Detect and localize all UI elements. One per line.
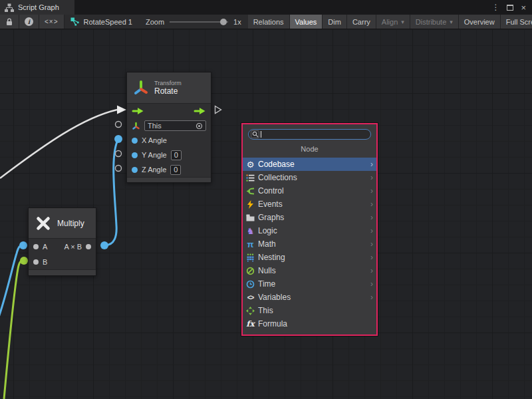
multiply-node[interactable]: Multiply A A × B B [28,207,96,276]
y-angle-port-ring[interactable] [116,151,122,157]
dropdown-arrow-icon: ▾ [401,19,404,25]
distribute-label: Distribute [416,18,446,26]
item-label: Logic [258,226,277,235]
dim-button[interactable]: Dim [323,15,347,29]
flow-out-arrow-icon[interactable] [194,107,206,115]
input-b-dot[interactable] [33,259,39,265]
chevron-right-icon: › [370,186,373,196]
output-dot[interactable] [86,244,91,249]
carry-button[interactable]: Carry [347,15,376,29]
finder-item-nesting[interactable]: Nesting › [243,251,376,264]
window-menu-icon[interactable]: ⋮ [491,3,499,11]
chevron-right-icon: › [370,266,373,275]
tab-script-graph[interactable]: Script Graph [0,0,74,15]
node-title: Rotate [154,86,182,96]
graph-canvas[interactable]: Transform Rotate [0,29,532,399]
info-button[interactable]: i [19,15,39,29]
transform-node-header[interactable]: Transform Rotate [127,72,211,103]
chevron-right-icon: › [370,213,373,222]
flow-input-arrow[interactable] [117,106,126,114]
align-button[interactable]: Align ▾ [376,15,410,29]
search-box[interactable] [248,129,371,140]
flow-in-arrow-icon[interactable] [132,107,144,115]
z-angle-row[interactable]: Z Angle 0 [127,162,211,177]
y-angle-port-dot[interactable] [132,152,138,158]
y-angle-input[interactable]: 0 [171,150,182,160]
distribute-button[interactable]: Distribute ▾ [410,15,459,29]
input-a-dot[interactable] [33,244,39,249]
lock-icon [5,17,13,26]
x-angle-port-connected[interactable] [114,135,122,143]
zoom-slider-handle[interactable] [220,19,227,25]
finder-item-collections[interactable]: Collections › [243,171,376,184]
fx-icon: fx [245,319,256,329]
this-port-ring[interactable] [116,122,122,128]
this-object-field[interactable]: This [144,120,206,131]
transform-axis-mini-icon [132,122,140,130]
item-label: Graphs [258,213,284,222]
angle-brackets-icon: <> [245,294,256,301]
relations-button[interactable]: Relations [248,15,290,29]
chevron-right-icon: › [370,293,373,302]
knight-icon: ♞ [245,226,256,236]
z-angle-port-ring[interactable] [116,166,122,172]
x-angle-port-dot[interactable] [132,138,138,144]
wire-to-input-a[interactable] [0,245,23,317]
z-angle-port-dot[interactable] [132,167,138,173]
finder-item-this[interactable]: This [243,304,376,317]
input-a-port-connected[interactable] [19,241,27,249]
transform-node-footer [127,177,211,182]
lock-button[interactable] [0,15,19,29]
finder-item-variables[interactable]: <> Variables › [243,291,376,304]
clock-icon [245,280,256,289]
object-picker-icon[interactable] [196,122,203,130]
wire-flow-white[interactable] [0,110,117,178]
search-icon-frame [251,130,259,138]
finder-header: Node [243,145,376,153]
y-angle-row[interactable]: Y Angle 0 [127,148,211,162]
z-angle-input[interactable]: 0 [170,165,181,175]
info-icon: i [25,17,33,26]
values-button[interactable]: Values [290,15,323,29]
graph-breadcrumb[interactable]: RotateSpeed 1 [65,15,139,29]
x-angle-row[interactable]: X Angle [127,133,211,148]
chevron-right-icon: › [370,253,373,262]
chevron-right-icon: › [370,226,373,235]
zoom-slider[interactable] [170,21,228,23]
finder-item-events[interactable]: Events › [243,198,376,211]
flow-output-triangle[interactable] [215,106,221,114]
fullscreen-button[interactable]: Full Screen [501,15,532,29]
wire-end-multiply-output[interactable] [100,241,108,249]
finder-item-time[interactable]: Time › [243,277,376,291]
close-icon[interactable]: × [521,3,526,12]
chevron-right-icon: › [370,279,373,289]
finder-item-nulls[interactable]: Nulls › [243,264,376,277]
folder-icon [245,214,256,221]
input-b-port-connected[interactable] [20,257,28,265]
z-angle-label: Z Angle [142,166,166,174]
zoom-label: Zoom [146,18,164,26]
multiply-node-header[interactable]: Multiply [29,208,96,238]
finder-item-formula[interactable]: fx Formula [243,317,376,331]
overview-button[interactable]: Overview [459,15,501,29]
search-input[interactable] [263,130,368,138]
x-angle-label: X Angle [142,136,167,144]
finder-item-math[interactable]: π Math › [243,237,376,251]
finder-item-control[interactable]: Control › [243,184,376,198]
input-b-row[interactable]: B [29,254,96,269]
chevron-right-icon: › [370,239,373,249]
finder-item-logic[interactable]: ♞ Logic › [243,224,376,237]
title-bar: Script Graph ⋮ × [0,0,532,15]
input-a-row[interactable]: A A × B [29,239,96,254]
item-label: Math [258,239,276,249]
chevron-right-icon: › [370,200,373,209]
maximize-icon[interactable] [507,5,513,11]
finder-item-graphs[interactable]: Graphs › [243,211,376,224]
finder-item-codebase[interactable]: ⚙ Codebase › [243,158,376,171]
code-toggle-button[interactable]: <×> [39,15,65,29]
graph-hierarchy-icon [5,3,14,12]
wire-to-input-b[interactable] [4,261,24,399]
transform-rotate-node[interactable]: Transform Rotate [126,72,211,183]
item-label: Nesting [258,253,285,262]
window-controls: ⋮ × [491,0,532,15]
